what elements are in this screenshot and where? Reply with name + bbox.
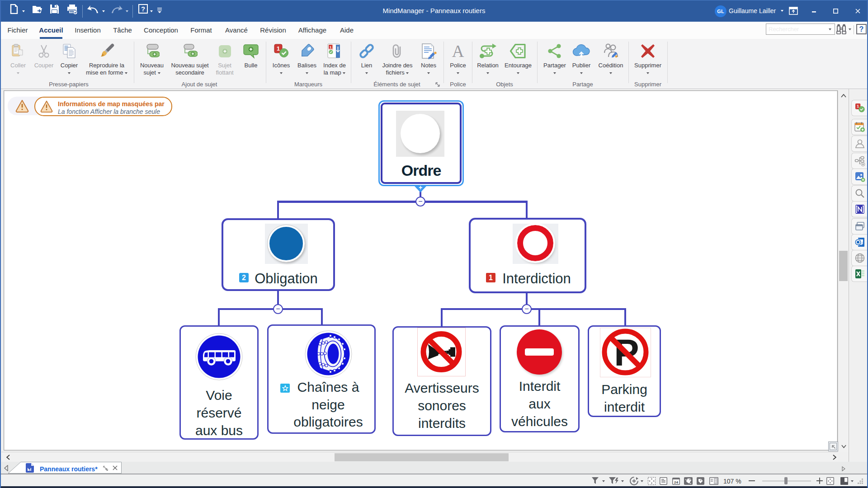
svg-text:1: 1 <box>857 104 859 108</box>
svg-text:24: 24 <box>674 480 678 484</box>
